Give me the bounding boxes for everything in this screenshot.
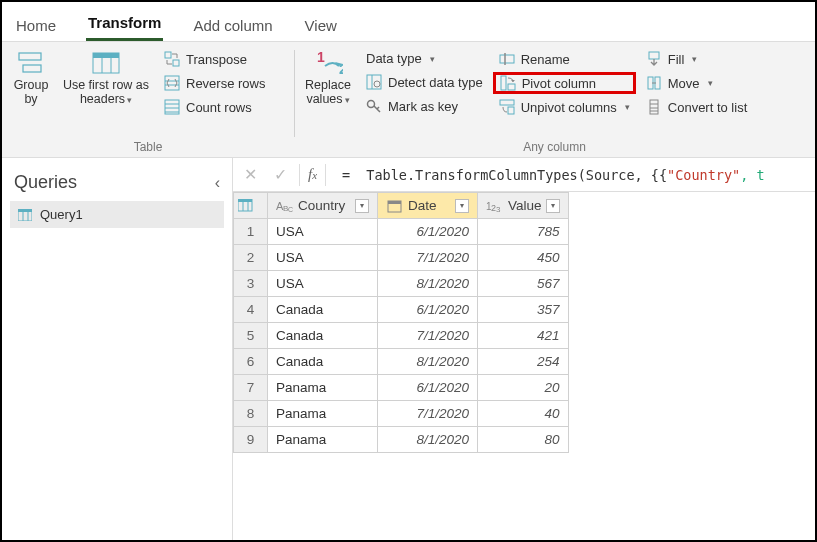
svg-rect-3 bbox=[93, 53, 119, 58]
mark-as-key-button[interactable]: Mark as key bbox=[360, 95, 489, 117]
cell-date[interactable]: 7/1/2020 bbox=[378, 323, 478, 349]
cell-country[interactable]: Panama bbox=[268, 401, 378, 427]
table-row[interactable]: 9Panama8/1/202080 bbox=[234, 427, 569, 453]
svg-rect-41 bbox=[238, 199, 252, 202]
column-header-value[interactable]: 123 Value ▾ bbox=[478, 193, 569, 219]
cell-date[interactable]: 7/1/2020 bbox=[378, 401, 478, 427]
table-row[interactable]: 8Panama7/1/202040 bbox=[234, 401, 569, 427]
cell-value[interactable]: 40 bbox=[478, 401, 569, 427]
unpivot-columns-button[interactable]: Unpivot columns ▾ bbox=[493, 96, 636, 118]
cell-date[interactable]: 8/1/2020 bbox=[378, 427, 478, 453]
svg-rect-22 bbox=[500, 55, 514, 63]
rename-button[interactable]: Rename bbox=[493, 48, 636, 70]
column-name: Value bbox=[508, 198, 542, 213]
column-filter-dropdown[interactable]: ▾ bbox=[455, 199, 469, 213]
table-corner-menu[interactable] bbox=[234, 193, 268, 219]
cell-value[interactable]: 80 bbox=[478, 427, 569, 453]
row-number: 3 bbox=[234, 271, 268, 297]
cell-value[interactable]: 785 bbox=[478, 219, 569, 245]
column-header-date[interactable]: Date ▾ bbox=[378, 193, 478, 219]
group-by-button[interactable]: Group by bbox=[8, 46, 54, 138]
svg-rect-25 bbox=[508, 84, 515, 90]
collapse-queries-chevron-icon[interactable]: ‹ bbox=[215, 174, 220, 192]
pivot-column-label: Pivot column bbox=[522, 76, 596, 91]
fill-button[interactable]: Fill ▾ bbox=[640, 48, 753, 70]
table-row[interactable]: 5Canada7/1/2020421 bbox=[234, 323, 569, 349]
number-type-icon: 123 bbox=[486, 199, 504, 213]
formula-commit-button[interactable]: ✓ bbox=[269, 164, 291, 186]
row-number: 4 bbox=[234, 297, 268, 323]
cell-date[interactable]: 7/1/2020 bbox=[378, 245, 478, 271]
cell-country[interactable]: Canada bbox=[268, 297, 378, 323]
replace-values-label: Replace values▾ bbox=[305, 78, 351, 107]
svg-text:3: 3 bbox=[496, 205, 501, 213]
transpose-button[interactable]: Transpose bbox=[158, 48, 271, 70]
pivot-column-button[interactable]: Pivot column bbox=[493, 72, 636, 94]
cell-date[interactable]: 8/1/2020 bbox=[378, 271, 478, 297]
anycol-stack-3: Fill ▾ Move ▾ Convert to list bbox=[640, 46, 753, 138]
cell-country[interactable]: USA bbox=[268, 245, 378, 271]
mark-as-key-label: Mark as key bbox=[388, 99, 458, 114]
cell-country[interactable]: USA bbox=[268, 219, 378, 245]
chevron-down-icon: ▾ bbox=[127, 95, 132, 105]
svg-rect-24 bbox=[501, 76, 506, 90]
row-number: 1 bbox=[234, 219, 268, 245]
cell-date[interactable]: 6/1/2020 bbox=[378, 297, 478, 323]
transpose-icon bbox=[164, 51, 180, 67]
reverse-rows-button[interactable]: Reverse rows bbox=[158, 72, 271, 94]
table-row[interactable]: 2USA7/1/2020450 bbox=[234, 245, 569, 271]
rename-icon bbox=[499, 51, 515, 67]
data-type-button[interactable]: Data type ▾ bbox=[360, 48, 489, 69]
cell-value[interactable]: 567 bbox=[478, 271, 569, 297]
table-row[interactable]: 4Canada6/1/2020357 bbox=[234, 297, 569, 323]
fx-icon[interactable]: fx bbox=[308, 166, 317, 183]
table-row[interactable]: 1USA6/1/2020785 bbox=[234, 219, 569, 245]
group-by-icon bbox=[16, 50, 46, 76]
table-row[interactable]: 6Canada8/1/2020254 bbox=[234, 349, 569, 375]
svg-rect-6 bbox=[165, 52, 171, 58]
unpivot-columns-label: Unpivot columns bbox=[521, 100, 617, 115]
cell-country[interactable]: Canada bbox=[268, 349, 378, 375]
data-table: ABC Country ▾ Date ▾ bbox=[233, 192, 569, 453]
query-item-query1[interactable]: Query1 bbox=[10, 201, 224, 228]
queries-header: Queries ‹ bbox=[10, 166, 224, 201]
svg-point-20 bbox=[374, 81, 380, 87]
use-first-row-headers-label: Use first row as headers▾ bbox=[63, 78, 149, 107]
cell-country[interactable]: Panama bbox=[268, 427, 378, 453]
column-filter-dropdown[interactable]: ▾ bbox=[546, 199, 560, 213]
move-icon bbox=[646, 75, 662, 91]
count-rows-button[interactable]: Count rows bbox=[158, 96, 271, 118]
replace-values-button[interactable]: 12 Replace values▾ bbox=[300, 46, 356, 138]
tab-view[interactable]: View bbox=[303, 9, 339, 41]
chevron-down-icon: ▾ bbox=[430, 54, 435, 64]
cell-country[interactable]: Panama bbox=[268, 375, 378, 401]
cell-value[interactable]: 357 bbox=[478, 297, 569, 323]
cell-country[interactable]: Canada bbox=[268, 323, 378, 349]
use-first-row-headers-button[interactable]: Use first row as headers▾ bbox=[58, 46, 154, 138]
detect-data-type-button[interactable]: Detect data type bbox=[360, 71, 489, 93]
svg-rect-1 bbox=[23, 65, 41, 72]
cell-country[interactable]: USA bbox=[268, 271, 378, 297]
reverse-rows-label: Reverse rows bbox=[186, 76, 265, 91]
column-filter-dropdown[interactable]: ▾ bbox=[355, 199, 369, 213]
formula-input[interactable]: = Table.TransformColumnTypes(Source, {{"… bbox=[334, 167, 765, 183]
data-grid[interactable]: ABC Country ▾ Date ▾ bbox=[233, 192, 815, 453]
table-row[interactable]: 7Panama6/1/202020 bbox=[234, 375, 569, 401]
cell-date[interactable]: 6/1/2020 bbox=[378, 219, 478, 245]
cell-date[interactable]: 8/1/2020 bbox=[378, 349, 478, 375]
cell-value[interactable]: 450 bbox=[478, 245, 569, 271]
convert-to-list-button[interactable]: Convert to list bbox=[640, 96, 753, 118]
column-header-country[interactable]: ABC Country ▾ bbox=[268, 193, 378, 219]
chevron-down-icon: ▾ bbox=[625, 102, 630, 112]
cell-value[interactable]: 20 bbox=[478, 375, 569, 401]
tab-home[interactable]: Home bbox=[14, 9, 58, 41]
tab-transform[interactable]: Transform bbox=[86, 6, 163, 41]
tab-add-column[interactable]: Add column bbox=[191, 9, 274, 41]
cell-date[interactable]: 6/1/2020 bbox=[378, 375, 478, 401]
cell-value[interactable]: 421 bbox=[478, 323, 569, 349]
table-row[interactable]: 3USA8/1/2020567 bbox=[234, 271, 569, 297]
move-button[interactable]: Move ▾ bbox=[640, 72, 753, 94]
formula-cancel-button[interactable]: ✕ bbox=[239, 164, 261, 186]
cell-value[interactable]: 254 bbox=[478, 349, 569, 375]
anycol-stack-2: Rename Pivot column Unpivot columns ▾ bbox=[493, 46, 636, 138]
